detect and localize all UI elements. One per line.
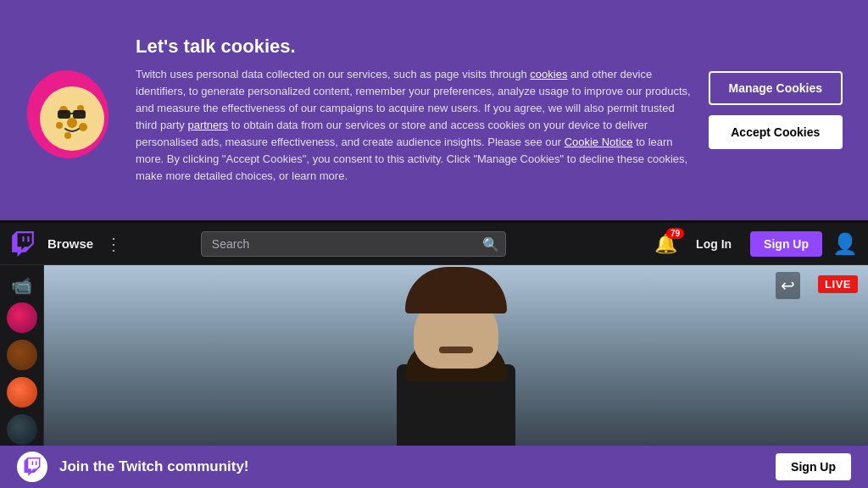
fullscreen-icon[interactable]: ↩ xyxy=(776,272,800,299)
sidebar-item[interactable] xyxy=(7,340,37,370)
svg-point-5 xyxy=(56,122,63,129)
svg-rect-9 xyxy=(73,110,86,119)
bottom-bar: Join the Twitch community! Sign Up xyxy=(0,446,868,488)
notification-badge: 79 xyxy=(666,228,684,239)
cookie-banner: Let's talk cookies. Twitch uses personal… xyxy=(0,0,868,220)
camera-icon[interactable]: 📹 xyxy=(11,275,32,296)
sidebar: 📹 xyxy=(0,265,44,446)
user-icon[interactable]: 👤 xyxy=(832,232,858,256)
figure-mustache xyxy=(439,347,473,353)
manage-cookies-button[interactable]: Manage Cookies xyxy=(709,71,843,105)
partners-link[interactable]: partners xyxy=(187,119,228,131)
live-badge: LIVE xyxy=(818,275,858,293)
twitch-logo[interactable] xyxy=(10,231,36,257)
search-container: 🔍 xyxy=(201,231,506,257)
browse-link[interactable]: Browse xyxy=(47,236,93,251)
svg-point-6 xyxy=(79,123,87,131)
cookie-text: Let's talk cookies. Twitch uses personal… xyxy=(136,36,692,186)
svg-point-7 xyxy=(64,132,71,139)
notice-link[interactable]: Cookie Notice xyxy=(565,136,633,148)
notifications-button[interactable]: 🔔 79 xyxy=(654,233,677,255)
stream-figure xyxy=(329,265,583,446)
sidebar-item[interactable] xyxy=(7,302,37,333)
sidebar-item[interactable] xyxy=(7,414,37,445)
signup-bottom-button[interactable]: Sign Up xyxy=(776,453,851,480)
cookie-title: Let's talk cookies. xyxy=(136,36,692,58)
figure-face xyxy=(414,292,498,369)
figure-hair-top xyxy=(405,267,507,313)
accept-cookies-button[interactable]: Accept Cookies xyxy=(709,115,843,149)
sidebar-item[interactable] xyxy=(7,377,37,408)
cookie-body: Twitch uses personal data collected on o… xyxy=(136,66,692,186)
nav-right-actions: 🔔 79 Log In Sign Up 👤 xyxy=(654,231,858,257)
signup-nav-button[interactable]: Sign Up xyxy=(750,231,822,257)
search-input[interactable] xyxy=(201,231,506,257)
more-menu-button[interactable]: ⋮ xyxy=(105,234,122,254)
cookie-icon xyxy=(25,59,119,161)
stream-video: LIVE ↩ xyxy=(44,265,868,446)
bottom-text: Join the Twitch community! xyxy=(59,458,764,475)
cookie-buttons: Manage Cookies Accept Cookies xyxy=(709,71,843,149)
cookies-link[interactable]: cookies xyxy=(530,68,567,80)
login-button[interactable]: Log In xyxy=(687,232,740,256)
svg-point-4 xyxy=(67,118,77,128)
navbar: Browse ⋮ 🔍 🔔 79 Log In Sign Up 👤 xyxy=(0,223,868,265)
svg-rect-8 xyxy=(58,110,70,119)
main-content: LIVE ↩ xyxy=(44,265,868,446)
twitch-bottom-logo xyxy=(17,452,47,482)
search-icon[interactable]: 🔍 xyxy=(482,236,499,252)
